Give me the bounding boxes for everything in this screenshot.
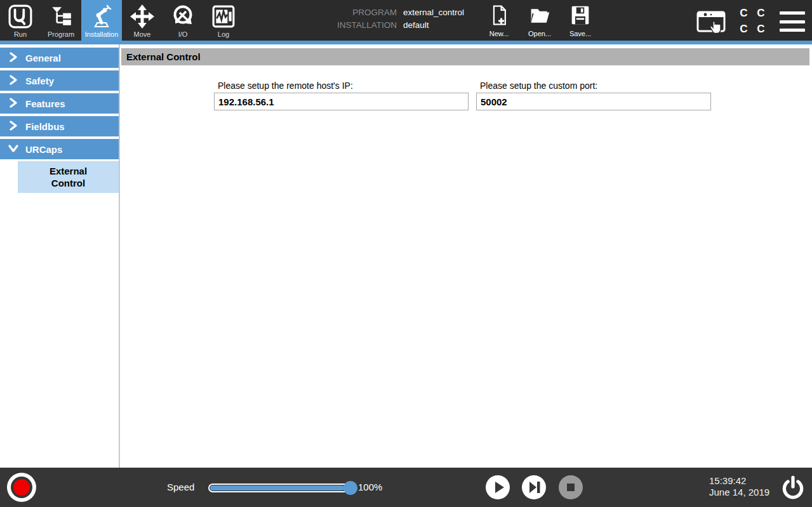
save-button[interactable]: Save...	[562, 4, 599, 37]
page-title: External Control	[121, 48, 809, 65]
chevron-right-icon	[8, 120, 19, 133]
chevron-right-icon	[8, 97, 19, 110]
sidebar-item-label: Safety	[25, 76, 54, 86]
sidebar-item-label: Features	[25, 98, 65, 109]
subitem-label-line1: External	[50, 165, 87, 177]
manual-mode-icon[interactable]	[696, 10, 728, 35]
tab-move-label: Move	[134, 30, 151, 39]
save-button-label: Save...	[562, 30, 599, 37]
status-char-grid: C C C C	[735, 5, 769, 37]
remote-host-ip-input[interactable]	[214, 93, 469, 110]
robot-status-button[interactable]	[7, 473, 36, 502]
power-button[interactable]	[780, 474, 806, 501]
status-char: C	[735, 21, 752, 37]
log-chart-icon	[211, 3, 236, 30]
status-char: C	[752, 5, 769, 21]
custom-port-label: Please setup the custom port:	[480, 81, 597, 91]
chevron-right-icon	[8, 51, 19, 65]
program-installation-info: PROGRAM external_control INSTALLATION de…	[289, 8, 464, 30]
clock: 15:39:42 June 14, 2019	[709, 475, 769, 498]
sidebar-item-label: URCaps	[25, 144, 62, 155]
sidebar-item-label: General	[25, 53, 61, 63]
save-floppy-icon	[570, 17, 590, 28]
stop-button[interactable]	[559, 475, 583, 499]
sidebar-item-urcaps[interactable]: URCaps	[0, 139, 119, 159]
tab-log-label: Log	[218, 30, 229, 39]
tab-move[interactable]: Move	[122, 0, 163, 41]
tab-run-label: Run	[14, 30, 27, 39]
tab-program-label: Program	[48, 30, 74, 39]
installation-sidebar: General Safety Features Fieldbus URCaps	[0, 44, 120, 468]
robot-status-red-indicator	[13, 479, 30, 496]
tab-program[interactable]: Program	[41, 0, 81, 41]
installation-name: default	[403, 20, 464, 30]
sidebar-item-safety[interactable]: Safety	[0, 70, 119, 91]
io-arrows-icon	[170, 3, 196, 30]
sidebar-subitem-external-control[interactable]: External Control	[18, 161, 119, 193]
chevron-down-icon	[8, 143, 19, 156]
status-char: C	[735, 5, 752, 21]
custom-port-input[interactable]	[476, 93, 711, 110]
open-button[interactable]: Open...	[521, 4, 558, 37]
main-tabs: Run Program	[0, 0, 244, 41]
installation-label: INSTALLATION	[289, 20, 397, 30]
time-text: 15:39:42	[709, 475, 769, 487]
remote-host-ip-label: Please setup the remote host's IP:	[218, 81, 353, 91]
speed-slider-handle[interactable]	[343, 481, 357, 495]
top-bar: Run Program	[0, 0, 812, 44]
tab-io-label: I/O	[178, 30, 188, 39]
tab-io[interactable]: I/O	[163, 0, 203, 41]
hamburger-menu-icon[interactable]	[780, 11, 805, 32]
program-label: PROGRAM	[289, 8, 397, 17]
play-icon	[486, 475, 510, 499]
tab-run[interactable]: Run	[0, 0, 41, 41]
move-arrows-icon	[130, 3, 155, 30]
tab-installation-label: Installation	[85, 30, 119, 39]
status-char: C	[752, 21, 769, 37]
subitem-label-line2: Control	[51, 177, 85, 189]
robot-arm-icon	[89, 3, 114, 30]
ur-logo-icon	[8, 3, 32, 30]
new-button-label: New...	[481, 30, 517, 37]
sidebar-item-fieldbus[interactable]: Fieldbus	[0, 116, 119, 136]
program-name: external_control	[403, 8, 464, 17]
tab-installation[interactable]: Installation	[81, 0, 122, 44]
play-button[interactable]	[486, 475, 510, 499]
sidebar-item-features[interactable]: Features	[0, 93, 119, 114]
main-content: External Control Please setup the remote…	[121, 44, 812, 468]
date-text: June 14, 2019	[709, 487, 769, 498]
speed-label: Speed	[167, 482, 194, 492]
speed-slider[interactable]	[208, 484, 356, 492]
speed-slider-fill	[210, 485, 345, 491]
sidebar-item-general[interactable]: General	[0, 48, 119, 68]
program-tree-icon	[49, 3, 73, 30]
step-button[interactable]	[522, 475, 546, 499]
new-button[interactable]: New...	[481, 4, 517, 37]
bottom-bar: Speed 100% 15:39:42 June 14, 2019	[0, 468, 812, 507]
polyscope-screen: Run Program	[0, 0, 812, 507]
open-folder-icon	[528, 17, 551, 28]
power-icon	[780, 474, 806, 501]
stop-icon	[559, 475, 583, 499]
speed-value: 100%	[358, 482, 382, 492]
tab-log[interactable]: Log	[203, 0, 244, 41]
open-button-label: Open...	[521, 30, 558, 37]
sidebar-item-label: Fieldbus	[25, 121, 65, 132]
chevron-right-icon	[8, 74, 19, 88]
step-forward-icon	[522, 475, 546, 499]
new-file-icon	[489, 17, 509, 28]
